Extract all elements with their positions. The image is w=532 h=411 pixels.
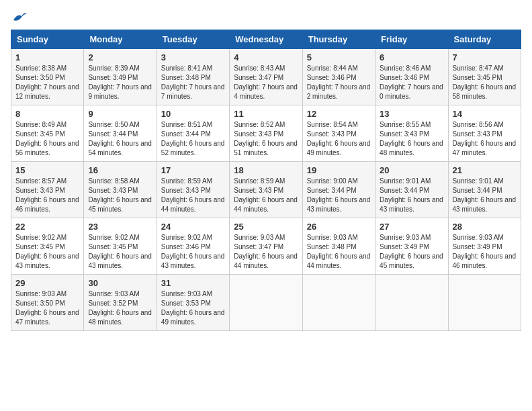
calendar-cell: 22 Sunrise: 9:02 AM Sunset: 3:45 PM Dayl… [11, 218, 84, 275]
day-number: 13 [380, 109, 443, 119]
day-number: 12 [307, 109, 371, 119]
sunset-text: Sunset: 3:43 PM [234, 187, 283, 194]
sunrise-text: Sunrise: 8:46 AM [380, 64, 431, 72]
calendar-header-tuesday: Tuesday [157, 30, 229, 49]
sunrise-text: Sunrise: 8:39 AM [88, 64, 139, 72]
calendar-cell: 13 Sunrise: 8:55 AM Sunset: 3:43 PM Dayl… [375, 105, 448, 162]
cell-content: Sunrise: 8:59 AM Sunset: 3:43 PM Dayligh… [234, 177, 298, 214]
cell-content: Sunrise: 8:57 AM Sunset: 3:43 PM Dayligh… [15, 177, 79, 214]
sunrise-text: Sunrise: 8:38 AM [15, 64, 66, 72]
sunset-text: Sunset: 3:50 PM [15, 74, 65, 81]
sunrise-text: Sunrise: 8:50 AM [88, 121, 139, 128]
sunset-text: Sunset: 3:44 PM [88, 130, 138, 138]
day-number: 16 [88, 165, 152, 175]
day-number: 27 [380, 222, 443, 232]
cell-content: Sunrise: 8:56 AM Sunset: 3:43 PM Dayligh… [453, 120, 517, 158]
daylight-text: Daylight: 6 hours and 47 minutes. [15, 309, 79, 326]
cell-content: Sunrise: 9:03 AM Sunset: 3:52 PM Dayligh… [88, 289, 152, 327]
sunset-text: Sunset: 3:43 PM [88, 187, 138, 194]
daylight-text: Daylight: 6 hours and 48 minutes. [380, 140, 443, 156]
calendar-cell: 27 Sunrise: 9:03 AM Sunset: 3:49 PM Dayl… [375, 218, 448, 275]
daylight-text: Daylight: 7 hours and 9 minutes. [88, 83, 152, 100]
sunset-text: Sunset: 3:47 PM [234, 74, 283, 81]
cell-content: Sunrise: 9:03 AM Sunset: 3:49 PM Dayligh… [453, 233, 517, 271]
calendar-cell: 29 Sunrise: 9:03 AM Sunset: 3:50 PM Dayl… [11, 275, 84, 331]
logo-bird-icon [12, 11, 27, 23]
calendar-cell: 30 Sunrise: 9:03 AM Sunset: 3:52 PM Dayl… [84, 275, 157, 331]
sunrise-text: Sunrise: 8:49 AM [15, 121, 66, 128]
cell-content: Sunrise: 8:44 AM Sunset: 3:46 PM Dayligh… [307, 64, 371, 101]
daylight-text: Daylight: 6 hours and 47 minutes. [453, 140, 517, 156]
daylight-text: Daylight: 6 hours and 45 minutes. [88, 196, 152, 213]
logo [11, 11, 27, 23]
calendar-cell: 6 Sunrise: 8:46 AM Sunset: 3:46 PM Dayli… [375, 49, 448, 105]
sunset-text: Sunset: 3:49 PM [380, 243, 429, 250]
sunset-text: Sunset: 3:44 PM [380, 187, 429, 194]
sunrise-text: Sunrise: 9:03 AM [15, 290, 66, 298]
cell-content: Sunrise: 8:39 AM Sunset: 3:49 PM Dayligh… [88, 64, 152, 101]
calendar-cell [302, 275, 375, 331]
daylight-text: Daylight: 6 hours and 58 minutes. [453, 83, 517, 100]
day-number: 15 [15, 165, 79, 175]
sunrise-text: Sunrise: 9:03 AM [161, 290, 212, 298]
day-number: 8 [15, 109, 79, 119]
sunset-text: Sunset: 3:47 PM [234, 243, 283, 250]
cell-content: Sunrise: 9:03 AM Sunset: 3:47 PM Dayligh… [234, 233, 298, 271]
sunrise-text: Sunrise: 8:58 AM [88, 177, 139, 185]
sunset-text: Sunset: 3:49 PM [88, 74, 138, 81]
sunset-text: Sunset: 3:46 PM [307, 74, 357, 81]
calendar-cell [375, 275, 448, 331]
daylight-text: Daylight: 7 hours and 4 minutes. [234, 83, 298, 100]
cell-content: Sunrise: 9:03 AM Sunset: 3:50 PM Dayligh… [15, 289, 79, 327]
day-number: 25 [234, 222, 298, 232]
day-number: 5 [307, 52, 371, 62]
calendar-header-friday: Friday [375, 30, 448, 49]
cell-content: Sunrise: 8:59 AM Sunset: 3:43 PM Dayligh… [161, 177, 225, 214]
calendar-cell: 12 Sunrise: 8:54 AM Sunset: 3:43 PM Dayl… [302, 105, 375, 162]
daylight-text: Daylight: 6 hours and 51 minutes. [234, 140, 298, 156]
day-number: 28 [453, 222, 517, 232]
day-number: 1 [15, 52, 79, 62]
sunset-text: Sunset: 3:43 PM [161, 187, 211, 194]
daylight-text: Daylight: 7 hours and 7 minutes. [161, 83, 225, 100]
calendar-cell: 26 Sunrise: 9:03 AM Sunset: 3:48 PM Dayl… [302, 218, 375, 275]
sunrise-text: Sunrise: 9:02 AM [88, 234, 139, 241]
calendar-week-row: 29 Sunrise: 9:03 AM Sunset: 3:50 PM Dayl… [11, 275, 521, 331]
calendar-cell: 4 Sunrise: 8:43 AM Sunset: 3:47 PM Dayli… [230, 49, 302, 105]
daylight-text: Daylight: 6 hours and 46 minutes. [15, 196, 79, 213]
sunset-text: Sunset: 3:49 PM [453, 243, 502, 250]
daylight-text: Daylight: 6 hours and 56 minutes. [15, 140, 79, 156]
day-number: 21 [453, 165, 517, 175]
calendar-week-row: 22 Sunrise: 9:02 AM Sunset: 3:45 PM Dayl… [11, 218, 521, 275]
sunrise-text: Sunrise: 9:00 AM [307, 177, 358, 185]
sunset-text: Sunset: 3:44 PM [307, 187, 357, 194]
sunrise-text: Sunrise: 9:03 AM [88, 290, 139, 298]
sunset-text: Sunset: 3:43 PM [307, 130, 357, 138]
calendar-cell: 2 Sunrise: 8:39 AM Sunset: 3:49 PM Dayli… [84, 49, 157, 105]
cell-content: Sunrise: 8:41 AM Sunset: 3:48 PM Dayligh… [161, 64, 225, 101]
cell-content: Sunrise: 8:49 AM Sunset: 3:45 PM Dayligh… [15, 120, 79, 158]
daylight-text: Daylight: 6 hours and 52 minutes. [161, 140, 225, 156]
day-number: 17 [161, 165, 225, 175]
daylight-text: Daylight: 6 hours and 44 minutes. [307, 253, 371, 269]
day-number: 31 [161, 278, 225, 288]
calendar-header-row: SundayMondayTuesdayWednesdayThursdayFrid… [11, 30, 521, 49]
cell-content: Sunrise: 8:55 AM Sunset: 3:43 PM Dayligh… [380, 120, 443, 158]
cell-content: Sunrise: 9:00 AM Sunset: 3:44 PM Dayligh… [307, 177, 371, 214]
sunset-text: Sunset: 3:45 PM [453, 74, 502, 81]
day-number: 23 [88, 222, 152, 232]
daylight-text: Daylight: 7 hours and 12 minutes. [15, 83, 79, 100]
daylight-text: Daylight: 6 hours and 44 minutes. [234, 196, 298, 213]
cell-content: Sunrise: 8:38 AM Sunset: 3:50 PM Dayligh… [15, 64, 79, 101]
cell-content: Sunrise: 8:43 AM Sunset: 3:47 PM Dayligh… [234, 64, 298, 101]
page-header [11, 11, 521, 23]
sunrise-text: Sunrise: 9:03 AM [307, 234, 358, 241]
daylight-text: Daylight: 6 hours and 49 minutes. [161, 309, 225, 326]
calendar-cell: 16 Sunrise: 8:58 AM Sunset: 3:43 PM Dayl… [84, 162, 157, 218]
day-number: 6 [380, 52, 443, 62]
daylight-text: Daylight: 6 hours and 43 minutes. [15, 253, 79, 269]
calendar-cell: 28 Sunrise: 9:03 AM Sunset: 3:49 PM Dayl… [448, 218, 521, 275]
cell-content: Sunrise: 9:02 AM Sunset: 3:46 PM Dayligh… [161, 233, 225, 271]
calendar-cell: 19 Sunrise: 9:00 AM Sunset: 3:44 PM Dayl… [302, 162, 375, 218]
sunrise-text: Sunrise: 9:01 AM [453, 177, 504, 185]
